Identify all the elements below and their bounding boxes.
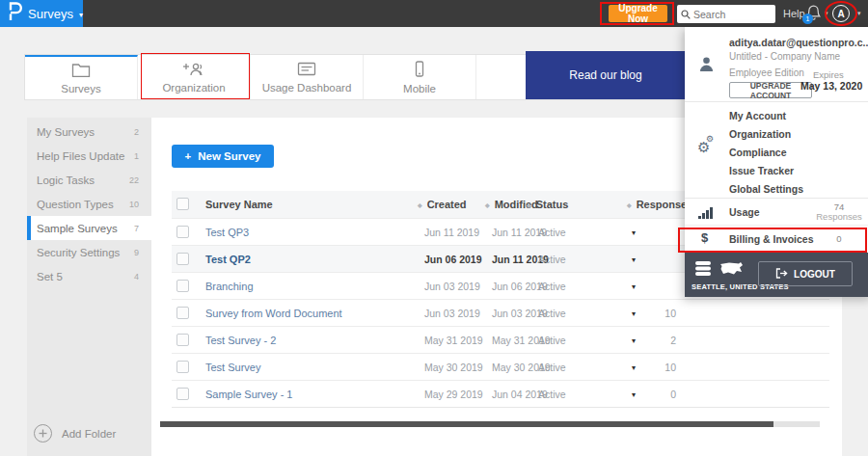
- billing-invoices-menu-row[interactable]: $ Billing & Invoices 0: [685, 226, 868, 253]
- logout-label: LOGOUT: [794, 269, 835, 280]
- sidebar-item-label: My Surveys: [37, 126, 134, 138]
- status-caret-icon[interactable]: ▾: [632, 381, 636, 408]
- table-row[interactable]: Sample Survey - 1 May 29 2019 Jun 04 201…: [172, 380, 829, 407]
- created-cell: Jun 06 2019: [424, 246, 482, 273]
- logout-button[interactable]: LOGOUT: [758, 261, 853, 286]
- row-checkbox[interactable]: [176, 253, 189, 265]
- server-stack-icon: [694, 260, 712, 281]
- folder-sidebar: My Surveys 2 Help Files Update 1 Logic T…: [27, 118, 151, 456]
- row-checkbox[interactable]: [176, 388, 189, 400]
- survey-name-link[interactable]: Survey from Word Document: [205, 300, 342, 327]
- responses-cell: [639, 219, 676, 246]
- responses-cell: 2: [639, 327, 676, 354]
- sidebar-item-count: 10: [129, 200, 139, 209]
- tab-label: Usage Dashboard: [262, 82, 352, 94]
- table-row[interactable]: Test Survey - 2 May 31 2019 May 31 2019 …: [172, 326, 829, 353]
- menu-item-compliance[interactable]: Compliance: [685, 144, 868, 162]
- status-cell: Active: [538, 246, 566, 273]
- sort-icon[interactable]: ◆: [627, 201, 632, 208]
- menu-item-global-settings[interactable]: Global Settings: [685, 180, 868, 199]
- bar-chart-icon: [698, 206, 714, 219]
- horizontal-scrollbar[interactable]: [160, 421, 820, 427]
- row-checkbox[interactable]: [176, 361, 189, 373]
- row-checkbox[interactable]: [176, 280, 189, 292]
- created-cell: May 29 2019: [424, 381, 483, 408]
- tab-usage-dashboard[interactable]: Usage Dashboard: [251, 55, 364, 99]
- tab-surveys[interactable]: Surveys: [25, 55, 138, 99]
- survey-name-link[interactable]: Test QP2: [205, 246, 251, 273]
- sidebar-item-security-settings[interactable]: Security Settings 9: [27, 240, 151, 264]
- sort-icon[interactable]: ◆: [485, 201, 490, 208]
- sort-icon[interactable]: ◆: [418, 201, 422, 208]
- status-caret-icon[interactable]: ▾: [632, 354, 636, 381]
- status-cell: Active: [538, 219, 566, 246]
- sidebar-item-logic-tasks[interactable]: Logic Tasks 22: [27, 168, 151, 192]
- table-row[interactable]: Test Survey May 30 2019 May 30 2019 Acti…: [172, 353, 829, 380]
- account-company: Untitled - Company Name: [729, 51, 840, 62]
- tab-organization[interactable]: Organization: [138, 55, 251, 99]
- select-all-checkbox[interactable]: [176, 198, 189, 210]
- responses-cell: 10: [639, 354, 676, 381]
- usage-menu-row[interactable]: Usage 74Responses: [685, 199, 868, 226]
- status-caret-icon[interactable]: ▾: [632, 300, 636, 327]
- menu-item-issue-tracker[interactable]: Issue Tracker: [685, 162, 868, 180]
- upgrade-now-button[interactable]: Upgrade Now: [609, 5, 667, 22]
- scrollbar-thumb[interactable]: [160, 421, 773, 427]
- tab-label: Surveys: [61, 83, 101, 94]
- notification-count-badge: 1: [802, 13, 813, 24]
- sidebar-item-sample-surveys[interactable]: Sample Surveys 7: [27, 216, 151, 240]
- account-footer: SEATTLE, UNITED STATES LOGOUT: [685, 253, 868, 297]
- add-folder-button[interactable]: Add Folder: [34, 424, 116, 443]
- new-survey-button[interactable]: + New Survey: [172, 145, 274, 168]
- questionpro-logo-icon: [8, 2, 22, 25]
- menu-item-my-account[interactable]: My Account: [685, 107, 868, 125]
- app-name: Surveys: [28, 7, 73, 21]
- column-created[interactable]: ◆Created: [418, 191, 467, 218]
- sort-icon[interactable]: ◆: [527, 201, 531, 208]
- chevron-down-icon: ▾: [79, 11, 83, 19]
- table-row[interactable]: Survey from Word Document Jun 03 2019 Ju…: [172, 299, 829, 326]
- avatar[interactable]: A: [832, 5, 850, 22]
- survey-name-link[interactable]: Test Survey: [205, 354, 260, 381]
- row-checkbox[interactable]: [176, 307, 189, 319]
- survey-name-link[interactable]: Sample Survey - 1: [205, 381, 292, 408]
- column-survey-name[interactable]: Survey Name: [205, 191, 273, 218]
- sidebar-item-count: 1: [134, 151, 139, 161]
- sidebar-item-label: Security Settings: [37, 247, 134, 258]
- chevron-down-icon[interactable]: ▾: [857, 10, 861, 17]
- chevron-down-icon[interactable]: ▾: [825, 10, 828, 17]
- survey-name-link[interactable]: Branching: [205, 273, 254, 300]
- sidebar-item-my-surveys[interactable]: My Surveys 2: [27, 120, 151, 144]
- read-our-blog-banner[interactable]: Read our blog: [526, 51, 686, 99]
- status-cell: Active: [538, 381, 566, 408]
- status-cell: Active: [538, 327, 566, 354]
- expires-label: Expires: [813, 69, 844, 80]
- column-status[interactable]: ◆Status: [527, 191, 568, 218]
- add-people-icon: [183, 62, 204, 78]
- status-caret-icon[interactable]: ▾: [632, 327, 636, 354]
- account-info-section: aditya.datar@questionpro.c... Untitled -…: [685, 27, 868, 102]
- sidebar-item-help-files-update[interactable]: Help Files Update 1: [27, 144, 151, 168]
- survey-name-link[interactable]: Test Survey - 2: [205, 327, 276, 354]
- row-checkbox[interactable]: [176, 334, 189, 346]
- account-email: aditya.datar@questionpro.c...: [729, 37, 868, 48]
- expires-date: May 13, 2020: [800, 80, 862, 92]
- status-caret-icon[interactable]: ▾: [632, 273, 636, 300]
- product-switcher[interactable]: Surveys ▾: [0, 0, 83, 27]
- status-cell: Active: [538, 354, 566, 381]
- search-input[interactable]: [693, 9, 771, 20]
- sidebar-item-count: 7: [134, 224, 139, 233]
- created-cell: May 30 2019: [424, 354, 483, 381]
- sidebar-item-set-5[interactable]: Set 5 4: [27, 264, 151, 288]
- status-caret-icon[interactable]: ▾: [632, 219, 636, 246]
- sidebar-item-label: Set 5: [37, 271, 134, 282]
- tab-mobile[interactable]: Mobile: [364, 55, 476, 99]
- sidebar-item-label: Question Types: [37, 199, 129, 210]
- column-responses[interactable]: ◆Responses: [627, 191, 692, 218]
- usa-map-icon: [719, 261, 745, 280]
- row-checkbox[interactable]: [176, 226, 189, 238]
- status-caret-icon[interactable]: ▾: [632, 246, 636, 273]
- search-box[interactable]: [677, 5, 775, 23]
- survey-name-link[interactable]: Test QP3: [205, 219, 249, 246]
- sidebar-item-question-types[interactable]: Question Types 10: [27, 192, 151, 216]
